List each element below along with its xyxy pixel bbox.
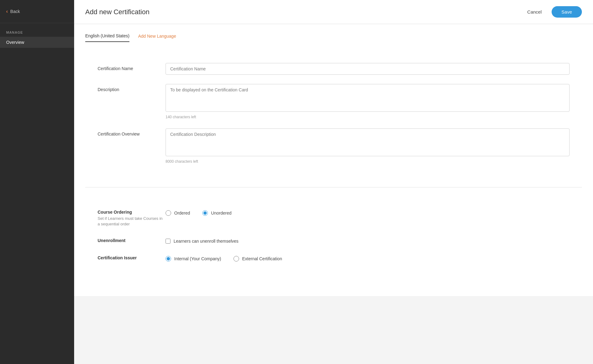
description-row: Description 140 characters left xyxy=(98,84,570,119)
settings-section: Course Ordering Set if Learners must tak… xyxy=(85,199,582,284)
form-section: Certification Name Description 140 chara… xyxy=(85,52,582,184)
section-divider xyxy=(85,187,582,187)
cert-overview-field: 8000 characters left xyxy=(166,128,570,164)
external-radio[interactable] xyxy=(233,256,239,261)
cancel-button[interactable]: Cancel xyxy=(524,7,545,17)
content-area: English (United States) Add New Language… xyxy=(74,24,593,296)
description-char-count: 140 characters left xyxy=(166,115,570,119)
unenrollment-checkbox-label: Learners can unenroll themselves xyxy=(174,239,238,244)
back-label: Back xyxy=(10,9,20,14)
unenrollment-label: Unenrollment xyxy=(98,238,166,243)
course-ordering-sublabel: Set if Learners must take Courses in a s… xyxy=(98,216,166,227)
cert-issuer-row: Certification Issuer Internal (Your Comp… xyxy=(98,255,570,261)
ordered-option[interactable]: Ordered xyxy=(166,210,190,216)
unordered-option[interactable]: Unordered xyxy=(202,210,231,216)
tab-english[interactable]: English (United States) xyxy=(85,30,129,42)
course-ordering-label: Course Ordering xyxy=(98,210,166,215)
unenrollment-checkbox-option[interactable]: Learners can unenroll themselves xyxy=(166,239,238,244)
cert-issuer-options: Internal (Your Company) External Certifi… xyxy=(166,255,282,261)
external-label: External Certification xyxy=(242,256,282,261)
internal-radio[interactable] xyxy=(166,256,171,261)
ordered-radio[interactable] xyxy=(166,210,171,216)
back-arrow-icon: ‹ xyxy=(6,9,8,14)
sidebar-item-overview[interactable]: Overview xyxy=(0,37,74,48)
cert-name-row: Certification Name xyxy=(98,63,570,75)
description-label: Description xyxy=(98,84,166,92)
language-tabs: English (United States) Add New Language xyxy=(85,24,582,42)
cert-issuer-label-group: Certification Issuer xyxy=(98,255,166,261)
cert-name-label: Certification Name xyxy=(98,63,166,71)
cert-overview-label: Certification Overview xyxy=(98,128,166,136)
unordered-label: Unordered xyxy=(211,211,231,215)
unenrollment-row: Unenrollment Learners can unenroll thems… xyxy=(98,238,570,244)
header-actions: Cancel Save xyxy=(524,6,582,18)
save-button[interactable]: Save xyxy=(552,6,582,18)
unordered-radio[interactable] xyxy=(202,210,208,216)
manage-section-label: MANAGE xyxy=(0,23,74,37)
ordered-label: Ordered xyxy=(174,211,190,215)
cert-overview-row: Certification Overview 8000 characters l… xyxy=(98,128,570,164)
course-ordering-options: Ordered Unordered xyxy=(166,210,232,216)
description-textarea[interactable] xyxy=(166,84,570,112)
tab-english-label: English (United States) xyxy=(85,33,129,38)
page-header: Add new Certification Cancel Save xyxy=(74,0,593,24)
content-wrapper: English (United States) Add New Language… xyxy=(74,24,593,296)
course-ordering-row: Course Ordering Set if Learners must tak… xyxy=(98,210,570,227)
back-button[interactable]: ‹ Back xyxy=(0,0,74,23)
cert-issuer-label: Certification Issuer xyxy=(98,255,166,260)
unenrollment-checkbox[interactable] xyxy=(166,239,170,244)
unenrollment-label-group: Unenrollment xyxy=(98,238,166,244)
internal-option[interactable]: Internal (Your Company) xyxy=(166,256,221,261)
cert-name-field xyxy=(166,63,570,75)
sidebar: ‹ Back MANAGE Overview xyxy=(0,0,74,364)
external-option[interactable]: External Certification xyxy=(233,256,282,261)
cert-overview-textarea[interactable] xyxy=(166,128,570,156)
unenrollment-options: Learners can unenroll themselves xyxy=(166,238,238,244)
cert-overview-char-count: 8000 characters left xyxy=(166,159,570,164)
page-title: Add new Certification xyxy=(85,8,149,16)
cert-name-input[interactable] xyxy=(166,63,570,75)
course-ordering-label-group: Course Ordering Set if Learners must tak… xyxy=(98,210,166,227)
add-language-button[interactable]: Add New Language xyxy=(138,31,176,42)
sidebar-item-overview-label: Overview xyxy=(6,40,24,45)
description-field: 140 characters left xyxy=(166,84,570,119)
internal-label: Internal (Your Company) xyxy=(174,256,221,261)
main-content: Add new Certification Cancel Save Englis… xyxy=(74,0,593,364)
